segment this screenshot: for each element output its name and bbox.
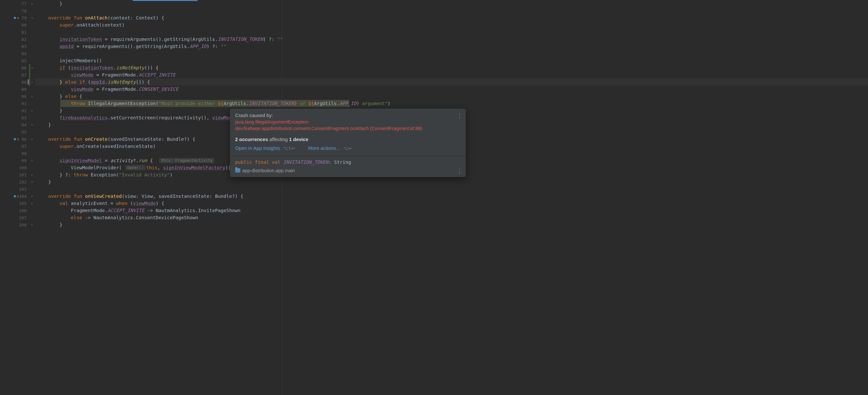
gutter-row[interactable]: 89 [0,86,29,93]
fold-toggle-icon[interactable]: ⊟ [31,123,33,126]
fold-row[interactable]: ⊟ [29,121,35,129]
code-line[interactable]: injectMembers() [35,57,868,64]
gutter-row[interactable]: 77 [0,0,29,7]
fold-row[interactable] [29,207,35,214]
more-actions-link[interactable]: More actions... [308,145,340,151]
code-line[interactable] [35,29,868,36]
popup-module-more-icon[interactable]: ⋮ [457,167,463,174]
gutter-row[interactable]: 84 [0,50,29,57]
fold-row[interactable] [29,43,35,50]
fold-row[interactable] [29,186,35,193]
code-line[interactable]: } [35,0,868,7]
override-marker-icon[interactable]: ⬤ [13,195,16,198]
gutter-row[interactable]: 80 [0,21,29,29]
fold-row[interactable] [29,164,35,171]
fold-row[interactable] [29,72,35,79]
fold-toggle-icon[interactable]: ⊟ [31,16,33,20]
gutter-row[interactable]: 81 [0,29,29,36]
gutter-row[interactable]: 106 [0,207,29,214]
fold-row[interactable] [29,100,35,107]
code-line[interactable]: override fun onViewCreated(view: View, s… [35,193,868,200]
code-line[interactable]: viewMode = FragmentMode.CONSENT_DEVICE [35,86,868,93]
code-line[interactable] [35,186,868,193]
gutter-row[interactable]: 107 [0,214,29,221]
fold-row[interactable]: ⊟ [29,171,35,178]
gutter-row[interactable]: ⬤↑96 [0,136,29,143]
gutter-row[interactable]: 103 [0,186,29,193]
gutter-row[interactable]: 91 [0,100,29,107]
gutter-row[interactable]: ⬤↑104 [0,193,29,200]
fold-row[interactable] [29,50,35,57]
fold-toggle-icon[interactable]: ⊟ [31,173,33,176]
code-area[interactable]: } override fun onAttach(context: Context… [35,0,868,395]
code-line[interactable]: appId = requireArguments().getString(Arg… [35,43,868,50]
gutter-row[interactable]: 92 [0,107,29,114]
fold-row[interactable]: ⊟ [29,64,35,72]
fold-row[interactable]: ⊟ [29,0,35,7]
fold-row[interactable]: ⊟ [29,157,35,164]
override-marker-icon[interactable]: ⬤ [13,138,16,140]
gutter-row[interactable]: 87 [0,72,29,79]
code-line[interactable]: override fun onAttach(context: Context) … [35,14,868,21]
fold-row[interactable] [29,21,35,29]
fold-row[interactable]: ⊟ [29,93,35,100]
fold-row[interactable] [29,150,35,157]
code-line[interactable]: val analyticEvent = when (viewMode) { [35,200,868,207]
gutter-row[interactable]: 95 [0,129,29,136]
fold-row[interactable]: ⊟ [29,107,35,114]
fold-row[interactable]: ⊟ [29,79,35,86]
fold-row[interactable]: ⊟ [29,178,35,186]
fold-row[interactable]: ⊟ [29,221,35,228]
gutter-row[interactable]: 105 [0,200,29,207]
gutter-row[interactable]: 90 [0,93,29,100]
fold-row[interactable] [29,214,35,221]
code-line[interactable]: else -> NautmAnalytics.ConsentDevicePage… [35,214,868,221]
fold-row[interactable]: ⊟ [29,14,35,21]
fold-row[interactable] [29,86,35,93]
fold-toggle-icon[interactable]: ⊟ [31,195,33,198]
gutter-row[interactable]: 78 [0,7,29,14]
code-line[interactable]: } [35,221,868,228]
gutter-row[interactable]: 86 [0,64,29,72]
fold-row[interactable] [29,29,35,36]
fold-row[interactable] [29,114,35,121]
gutter-row[interactable]: 94 [0,121,29,129]
code-line[interactable]: throw IllegalArgumentException("Must pro… [35,100,868,107]
fold-toggle-icon[interactable]: ⊟ [31,95,33,98]
code-line[interactable]: viewMode = FragmentMode.ACCEPT_INVITE [35,72,868,79]
gutter-row[interactable]: 99 [0,157,29,164]
gutter-row[interactable]: 108 [0,221,29,228]
code-line[interactable]: } [35,178,868,186]
fold-row[interactable] [29,129,35,136]
gutter-row[interactable]: 85 [0,57,29,64]
code-line[interactable]: super.onAttach(context) [35,21,868,29]
gutter-row[interactable]: 93 [0,114,29,121]
fold-row[interactable] [29,7,35,14]
gutter-row[interactable]: ⬤↑79 [0,14,29,21]
gutter-row[interactable]: 88 [0,79,29,86]
fold-row[interactable] [29,143,35,150]
code-line[interactable]: if (invitationToken.isNotEmpty()) { [35,64,868,72]
code-line[interactable]: FragmentMode.ACCEPT_INVITE -> NautmAnaly… [35,207,868,214]
override-marker-icon[interactable]: ⬤ [13,17,16,19]
line-number-gutter[interactable]: 7778⬤↑7980818283848586878889909192939495… [0,0,29,395]
fold-row[interactable]: ⊟ [29,193,35,200]
fold-toggle-icon[interactable]: ⊟ [31,109,33,112]
code-line[interactable] [35,50,868,57]
code-line[interactable]: } else { [35,93,868,100]
popup-more-icon[interactable]: ⋮ [457,112,463,119]
gutter-row[interactable]: 102 [0,178,29,186]
fold-toggle-icon[interactable]: ⊟ [31,223,33,226]
code-line[interactable]: invitationToken = requireArguments().get… [35,36,868,43]
fold-toggle-icon[interactable]: ⊟ [31,180,33,184]
fold-toggle-icon[interactable]: ⊟ [31,138,33,141]
gutter-row[interactable]: 83 [0,43,29,50]
fold-row[interactable] [29,57,35,64]
gutter-row[interactable]: 82 [0,36,29,43]
gutter-row[interactable]: 97 [0,143,29,150]
fold-toggle-icon[interactable]: ⊟ [31,159,33,162]
fold-toggle-icon[interactable]: ⊟ [31,66,33,69]
fold-row[interactable]: ⊟ [29,136,35,143]
gutter-row[interactable]: 98 [0,150,29,157]
fold-column[interactable]: ⊟⊟⊟⊟⊟⊟⊟⊟⊟⊟⊟⊟⊟⊟ [29,0,35,395]
